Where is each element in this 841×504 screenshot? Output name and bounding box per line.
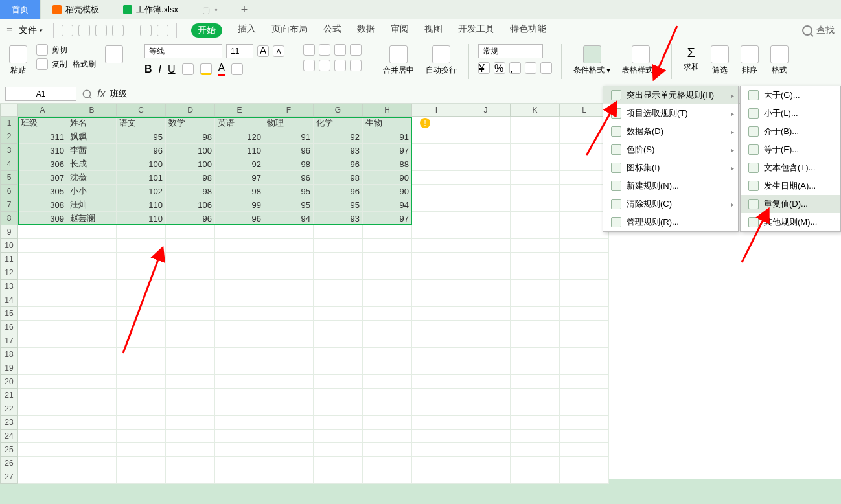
cell[interactable]: 98 [264, 157, 314, 171]
column-header[interactable]: F [264, 104, 314, 117]
cell[interactable] [511, 430, 560, 443]
cell[interactable] [363, 416, 412, 430]
cell[interactable] [166, 402, 215, 416]
cell[interactable]: 李茜 [67, 144, 117, 157]
row-header[interactable]: 2 [0, 130, 18, 144]
cell[interactable] [166, 375, 215, 389]
cell[interactable] [18, 307, 67, 321]
table-style-button[interactable]: 表格样式 ▾ [619, 44, 662, 77]
cell[interactable] [461, 389, 511, 402]
cell[interactable] [215, 293, 264, 307]
cell[interactable]: 98 [166, 185, 215, 198]
cell[interactable] [314, 334, 363, 348]
cell[interactable] [314, 470, 363, 484]
row-header[interactable]: 26 [0, 457, 18, 470]
cell[interactable] [412, 198, 461, 212]
cell[interactable] [166, 361, 215, 375]
cell[interactable] [461, 212, 511, 225]
row-header[interactable]: 14 [0, 293, 18, 307]
row-header[interactable]: 25 [0, 443, 18, 457]
cell[interactable] [363, 470, 412, 484]
cell[interactable] [412, 130, 461, 144]
row-header[interactable]: 9 [0, 225, 18, 239]
font-size-select[interactable]: 11 [226, 44, 253, 58]
cell[interactable] [264, 457, 314, 470]
cell[interactable] [412, 307, 461, 321]
ribbon-tab-view[interactable]: 视图 [424, 23, 443, 38]
cell[interactable] [215, 266, 264, 280]
cell[interactable] [67, 457, 117, 470]
cell[interactable] [461, 253, 511, 266]
cell[interactable] [67, 321, 117, 334]
menu-item[interactable]: 色阶(S)▸ [603, 141, 738, 159]
cell[interactable] [117, 293, 166, 307]
row-header[interactable]: 20 [0, 375, 18, 389]
cell[interactable] [166, 253, 215, 266]
ribbon-tab-review[interactable]: 审阅 [391, 23, 409, 38]
cell[interactable] [166, 307, 215, 321]
cell[interactable] [314, 253, 363, 266]
cell[interactable] [166, 389, 215, 402]
cell[interactable] [264, 416, 314, 430]
cell[interactable]: 95 [264, 185, 314, 198]
cell[interactable] [461, 239, 511, 253]
menu-item[interactable]: 重复值(D)... [741, 195, 840, 213]
redo-icon[interactable] [157, 25, 168, 36]
cell[interactable] [215, 402, 264, 416]
cell[interactable] [314, 348, 363, 361]
column-header[interactable]: G [314, 104, 363, 117]
cell[interactable] [67, 239, 117, 253]
cell[interactable] [560, 239, 609, 253]
column-header[interactable]: K [511, 104, 560, 117]
print-icon[interactable] [95, 25, 107, 36]
cell[interactable] [363, 402, 412, 416]
cell[interactable] [215, 253, 264, 266]
cell[interactable] [215, 389, 264, 402]
cell[interactable]: 307 [18, 171, 67, 185]
cell[interactable] [215, 470, 264, 484]
cell[interactable] [511, 402, 560, 416]
cell[interactable] [18, 293, 67, 307]
cell[interactable] [412, 253, 461, 266]
cell[interactable] [166, 239, 215, 253]
cell[interactable] [264, 402, 314, 416]
cell[interactable] [117, 470, 166, 484]
new-tab-button[interactable]: + [229, 0, 255, 19]
search-box[interactable]: 查找 [802, 25, 835, 36]
currency-icon[interactable]: ¥ [478, 62, 490, 74]
cell[interactable]: 姓名 [67, 117, 117, 130]
menu-item[interactable]: 小于(L)... [741, 104, 840, 122]
cell[interactable] [166, 348, 215, 361]
cell[interactable] [314, 307, 363, 321]
cell[interactable] [511, 293, 560, 307]
cell[interactable] [511, 457, 560, 470]
cell[interactable]: 汪灿 [67, 198, 117, 212]
cell[interactable]: 120 [215, 130, 264, 144]
cell[interactable] [412, 457, 461, 470]
cell[interactable] [461, 348, 511, 361]
increase-font-icon[interactable]: A [257, 45, 269, 57]
cell[interactable] [412, 416, 461, 430]
row-header[interactable]: 11 [0, 253, 18, 266]
cell[interactable] [117, 402, 166, 416]
cell[interactable] [560, 144, 609, 157]
cell[interactable]: 101 [117, 171, 166, 185]
menu-item[interactable]: 大于(G)... [741, 86, 840, 104]
cell[interactable] [461, 225, 511, 239]
cell[interactable] [18, 402, 67, 416]
cell[interactable] [67, 348, 117, 361]
menu-item[interactable]: 新建规则(N)... [603, 177, 738, 195]
align-middle-icon[interactable] [319, 44, 330, 56]
cell[interactable]: 99 [215, 198, 264, 212]
cell[interactable] [412, 212, 461, 225]
cell[interactable] [314, 375, 363, 389]
row-header[interactable]: 6 [0, 185, 18, 198]
cell[interactable] [117, 443, 166, 457]
cell[interactable]: 95 [264, 198, 314, 212]
dec-inc-icon[interactable] [525, 62, 536, 74]
cell[interactable]: 90 [363, 171, 412, 185]
cell[interactable] [412, 361, 461, 375]
undo-icon[interactable] [140, 25, 152, 36]
cell[interactable] [264, 430, 314, 443]
cell[interactable] [117, 334, 166, 348]
